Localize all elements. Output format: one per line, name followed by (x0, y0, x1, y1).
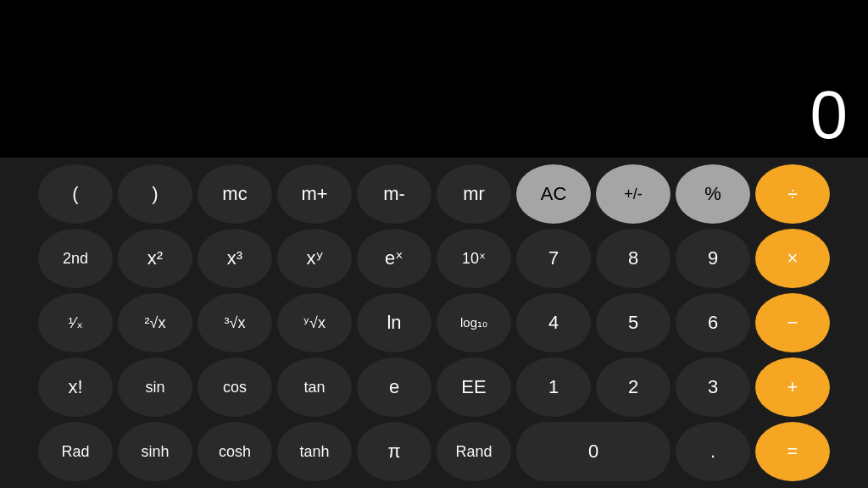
btn-ac[interactable]: AC (516, 164, 591, 224)
btn-5[interactable]: 5 (596, 293, 670, 352)
button-row-row5: RadsinhcoshtanhπRand0.= (7, 422, 861, 481)
btn-subtract[interactable]: − (755, 293, 830, 352)
btn-tan[interactable]: tan (277, 358, 352, 417)
btn-divide[interactable]: ÷ (755, 164, 830, 224)
button-row-row4: x!sincostaneEE123+ (7, 358, 861, 417)
btn-sqrt2[interactable]: ²√x (118, 293, 192, 352)
btn-9[interactable]: 9 (676, 229, 750, 288)
btn-0[interactable]: 0 (516, 422, 670, 481)
btn-sin[interactable]: sin (118, 358, 192, 417)
button-row-row1: ()mcm+m-mrAC+/-%÷ (7, 164, 861, 224)
btn-8[interactable]: 8 (596, 229, 670, 288)
btn-ln[interactable]: ln (357, 293, 431, 352)
btn-6[interactable]: 6 (676, 293, 750, 352)
btn-plus-minus[interactable]: +/- (596, 164, 670, 224)
button-row-row3: ¹⁄ₓ²√x³√xʸ√xlnlog₁₀456− (7, 293, 861, 352)
btn-decimal[interactable]: . (676, 422, 750, 481)
btn-10-x[interactable]: 10ˣ (437, 229, 511, 288)
btn-mc[interactable]: mc (198, 164, 272, 224)
btn-m-plus[interactable]: m+ (277, 164, 352, 224)
btn-e-x[interactable]: eˣ (357, 229, 431, 288)
btn-3[interactable]: 3 (676, 358, 750, 417)
btn-pi[interactable]: π (357, 422, 431, 481)
btn-percent[interactable]: % (676, 164, 750, 224)
btn-2nd[interactable]: 2nd (38, 229, 113, 288)
btn-cos[interactable]: cos (198, 358, 272, 417)
btn-x-y[interactable]: xʸ (277, 229, 352, 288)
btn-sqrty[interactable]: ʸ√x (277, 293, 352, 352)
btn-e[interactable]: e (357, 358, 431, 417)
btn-sinh[interactable]: sinh (118, 422, 192, 481)
btn-factorial[interactable]: x! (38, 358, 113, 417)
btn-log10[interactable]: log₁₀ (437, 293, 511, 352)
btn-rad[interactable]: Rad (38, 422, 113, 481)
btn-cosh[interactable]: cosh (198, 422, 272, 481)
btn-sqrt3[interactable]: ³√x (198, 293, 272, 352)
btn-add[interactable]: + (755, 358, 830, 417)
btn-rand[interactable]: Rand (437, 422, 511, 481)
btn-multiply[interactable]: × (755, 229, 830, 288)
btn-2[interactable]: 2 (596, 358, 670, 417)
btn-tanh[interactable]: tanh (277, 422, 352, 481)
btn-mr[interactable]: mr (437, 164, 511, 224)
btn-1[interactable]: 1 (516, 358, 591, 417)
btn-close-paren[interactable]: ) (118, 164, 192, 224)
btn-inv-x[interactable]: ¹⁄ₓ (38, 293, 113, 352)
btn-ee[interactable]: EE (437, 358, 511, 417)
btn-open-paren[interactable]: ( (38, 164, 113, 224)
btn-x-cubed[interactable]: x³ (198, 229, 272, 288)
calculator-keypad: ()mcm+m-mrAC+/-%÷2ndx²x³xʸeˣ10ˣ789×¹⁄ₓ²√… (0, 158, 868, 488)
btn-x-squared[interactable]: x² (118, 229, 192, 288)
btn-equals[interactable]: = (755, 422, 830, 481)
display-value: 0 (810, 81, 849, 149)
calculator-display: 0 (0, 0, 868, 158)
btn-m-minus[interactable]: m- (357, 164, 431, 224)
btn-7[interactable]: 7 (516, 229, 591, 288)
btn-4[interactable]: 4 (516, 293, 591, 352)
button-row-row2: 2ndx²x³xʸeˣ10ˣ789× (7, 229, 861, 288)
